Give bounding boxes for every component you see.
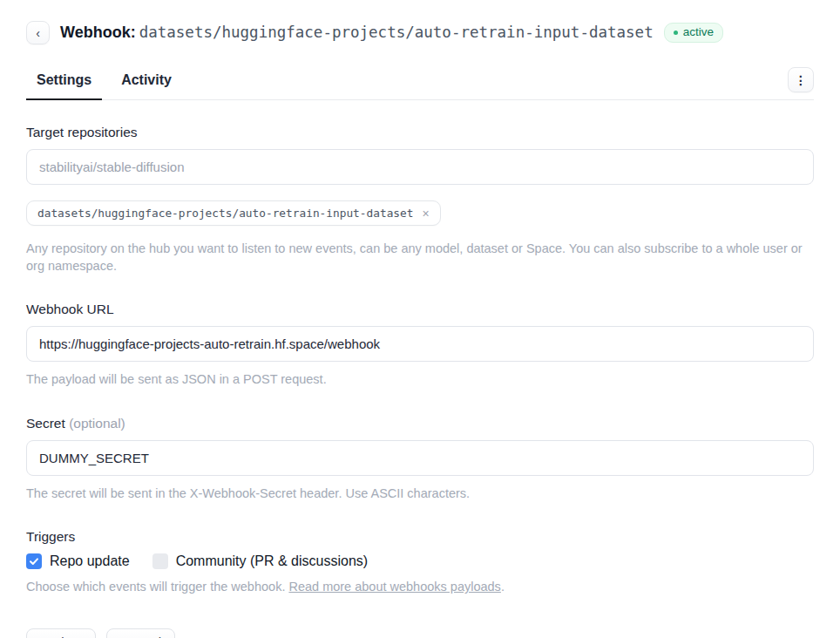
kebab-icon: ⋮ [795, 73, 807, 87]
webhooks-payloads-link[interactable]: Read more about webhooks payloads [288, 580, 500, 594]
page-title: Webhook:datasets/huggingface-projects/au… [60, 24, 654, 42]
triggers-help-text: Choose which events will trigger the web… [26, 580, 288, 594]
triggers-help-suffix: . [501, 580, 505, 594]
update-button[interactable]: Update [26, 628, 96, 638]
webhook-url-label: Webhook URL [26, 302, 814, 317]
webhook-url-help: The payload will be sent as JSON in a PO… [26, 371, 814, 389]
target-repositories-input[interactable] [26, 149, 814, 185]
chip-remove-icon[interactable]: × [420, 207, 430, 220]
target-repositories-label: Target repositories [26, 125, 814, 140]
page-title-label: Webhook: [60, 24, 136, 41]
target-repositories-help: Any repository on the hub you want to li… [26, 241, 814, 275]
section-target-repositories: Target repositories datasets/huggingface… [26, 125, 814, 275]
checkbox-checked-icon[interactable] [26, 553, 42, 569]
secret-help: The secret will be sent in the X-Webhook… [26, 485, 814, 503]
form-actions: Update Cancel [26, 628, 814, 638]
repository-chip-label: datasets/huggingface-projects/auto-retra… [37, 207, 413, 220]
chevron-left-icon: ‹ [36, 26, 40, 40]
kebab-menu-button[interactable]: ⋮ [788, 67, 814, 92]
checkbox-community-label: Community (PR & discussions) [176, 553, 369, 569]
status-badge: active [664, 23, 723, 43]
section-webhook-url: Webhook URL The payload will be sent as … [26, 302, 814, 389]
section-secret: Secret (optional) The secret will be sen… [26, 416, 814, 503]
secret-label: Secret (optional) [26, 416, 814, 431]
webhook-name: datasets/huggingface-projects/auto-retra… [139, 24, 654, 41]
triggers-help: Choose which events will trigger the web… [26, 579, 814, 596]
triggers-options: Repo update Community (PR & discussions) [26, 553, 814, 569]
tab-activity[interactable]: Activity [121, 72, 172, 99]
webhook-url-input[interactable] [26, 326, 814, 362]
checkbox-repo-update-label: Repo update [50, 553, 130, 569]
status-badge-label: active [683, 26, 714, 38]
secret-input[interactable] [26, 440, 814, 476]
check-icon [29, 556, 39, 567]
page-header: ‹ Webhook:datasets/huggingface-projects/… [26, 21, 814, 44]
repository-chip: datasets/huggingface-projects/auto-retra… [26, 200, 441, 226]
checkbox-unchecked-icon[interactable] [152, 553, 168, 569]
cancel-button[interactable]: Cancel [106, 628, 175, 638]
tab-settings[interactable]: Settings [37, 72, 91, 99]
checkbox-community[interactable]: Community (PR & discussions) [152, 553, 369, 569]
secret-label-text: Secret [26, 416, 65, 431]
status-dot-icon [674, 31, 678, 35]
checkbox-repo-update[interactable]: Repo update [26, 553, 130, 569]
secret-optional-text: (optional) [69, 416, 125, 431]
section-triggers: Triggers Repo update Community (PR & dis… [26, 529, 814, 596]
tabs-bar: Settings Activity ⋮ [26, 72, 814, 100]
back-button[interactable]: ‹ [26, 21, 50, 44]
triggers-label: Triggers [26, 529, 814, 545]
